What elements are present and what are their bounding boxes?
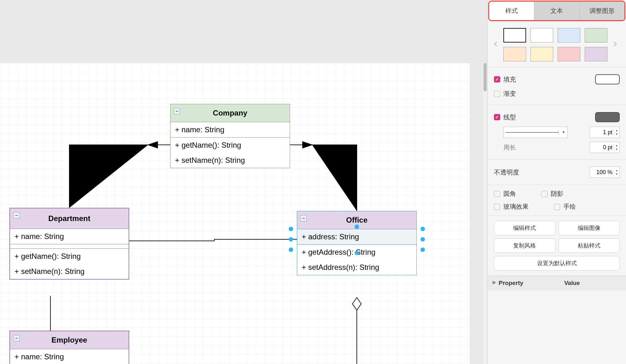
- edit-image-button[interactable]: 编辑图像: [559, 221, 620, 235]
- edit-style-button[interactable]: 编辑样式: [494, 221, 555, 235]
- copy-style-button[interactable]: 复制风格: [494, 238, 555, 253]
- palette-swatch-7[interactable]: [585, 47, 607, 61]
- selection-handle[interactable]: [289, 227, 293, 231]
- value-column-header: Value: [564, 280, 580, 287]
- uml-class-title: Department: [48, 214, 90, 223]
- line-color-well[interactable]: [595, 112, 620, 122]
- stepper[interactable]: ▲▼: [614, 128, 618, 136]
- uml-operation-row[interactable]: + getName(): String: [10, 249, 129, 264]
- set-default-style-button[interactable]: 设置为默认样式: [494, 256, 620, 270]
- perimeter-value: 0 pt: [603, 144, 612, 151]
- selection-handle[interactable]: [289, 247, 293, 252]
- palette-swatch-2[interactable]: [558, 28, 580, 43]
- uml-attribute-row[interactable]: + name: String: [10, 229, 129, 244]
- uml-operation-row[interactable]: + setName(n): String: [10, 264, 129, 279]
- uml-class-employee[interactable]: − Employee + name: String: [9, 331, 129, 364]
- palette-swatch-1[interactable]: [530, 28, 553, 43]
- uml-attribute-row[interactable]: + name: String: [10, 349, 129, 364]
- line-section: 线型 ▼ 1 pt ▲▼ 周长 0 pt ▲▼: [488, 105, 626, 159]
- uml-class-header[interactable]: − Employee: [10, 331, 129, 349]
- vertical-scrollbar[interactable]: [483, 63, 487, 364]
- tab-style[interactable]: 样式: [489, 2, 534, 20]
- property-table-header[interactable]: ▶ Property Value: [488, 276, 626, 290]
- fill-label: 填充: [503, 75, 516, 84]
- uml-class-department[interactable]: − Department + name: String + getName():…: [9, 208, 129, 280]
- uml-attribute-row[interactable]: + name: String: [171, 122, 290, 137]
- palette-next-icon[interactable]: [611, 40, 619, 50]
- tab-arrange[interactable]: 调整图形: [580, 2, 624, 20]
- collapse-icon[interactable]: −: [174, 108, 180, 114]
- opacity-label: 不透明度: [494, 168, 519, 177]
- selection-handle[interactable]: [420, 247, 425, 252]
- palette-swatch-4[interactable]: [503, 47, 526, 61]
- gradient-checkbox[interactable]: [494, 91, 500, 97]
- palette-swatch-0[interactable]: [503, 28, 526, 43]
- rounded-label: 圆角: [503, 190, 516, 198]
- stepper[interactable]: ▲▼: [614, 144, 618, 151]
- uml-divider: [10, 244, 129, 248]
- uml-class-title: Office: [346, 216, 368, 224]
- property-column-header: Property: [499, 280, 562, 287]
- collapse-icon[interactable]: −: [13, 335, 20, 341]
- color-palette: [488, 22, 626, 67]
- style-buttons: 编辑样式 编辑图像 复制风格 粘贴样式 设置为默认样式: [488, 215, 626, 276]
- sketch-checkbox[interactable]: [554, 204, 560, 210]
- fill-checkbox[interactable]: [494, 76, 500, 82]
- collapse-icon[interactable]: −: [300, 215, 307, 221]
- opacity-section: 不透明度 100 % ▲▼: [488, 159, 626, 185]
- uml-class-office[interactable]: − Office + address: String + getAddress(…: [297, 211, 417, 275]
- effects-section: 圆角 阴影 玻璃效果 手绘: [488, 185, 626, 215]
- line-preview: [506, 132, 558, 133]
- line-width-input[interactable]: 1 pt ▲▼: [590, 127, 620, 138]
- glass-checkbox[interactable]: [494, 204, 500, 210]
- sketch-label: 手绘: [563, 202, 576, 211]
- line-width-value: 1 pt: [603, 129, 612, 136]
- chevron-down-icon: ▼: [558, 130, 565, 134]
- collapse-icon[interactable]: −: [13, 212, 20, 219]
- sidebar-tabs-highlighted: 样式 文本 调整图形: [488, 1, 625, 21]
- disclosure-icon[interactable]: ▶: [493, 280, 496, 287]
- uml-operation-row[interactable]: + getName(): String: [171, 138, 290, 153]
- fill-section: 填充 渐变: [488, 67, 626, 105]
- uml-class-header[interactable]: − Company: [171, 104, 290, 122]
- line-style-select[interactable]: ▼: [503, 127, 568, 138]
- perimeter-input[interactable]: 0 pt ▲▼: [590, 142, 620, 153]
- gradient-label: 渐变: [503, 89, 516, 98]
- selection-handle[interactable]: [355, 225, 359, 229]
- palette-prev-icon[interactable]: [492, 40, 500, 50]
- selection-handle[interactable]: [420, 227, 425, 231]
- uml-operation-row[interactable]: + setAddress(n): String: [297, 260, 416, 275]
- scrollbar-thumb[interactable]: [484, 63, 487, 91]
- selection-handle[interactable]: [355, 251, 359, 255]
- shadow-label: 阴影: [551, 190, 563, 198]
- selection-handle[interactable]: [289, 237, 293, 242]
- palette-swatch-6[interactable]: [558, 47, 580, 61]
- stepper[interactable]: ▲▼: [614, 168, 618, 176]
- selection-handle[interactable]: [420, 237, 425, 242]
- rounded-checkbox[interactable]: [494, 191, 500, 197]
- palette-swatch-5[interactable]: [530, 47, 553, 61]
- tab-text[interactable]: 文本: [534, 2, 579, 20]
- perimeter-label: 周长: [503, 143, 516, 152]
- paste-style-button[interactable]: 粘贴样式: [559, 238, 620, 253]
- uml-class-company[interactable]: − Company + name: String + getName(): St…: [170, 104, 290, 168]
- opacity-value: 100 %: [596, 169, 612, 176]
- fill-color-well[interactable]: [595, 74, 620, 84]
- shadow-checkbox[interactable]: [541, 191, 548, 197]
- uml-attribute-row-selected[interactable]: + address: String: [297, 229, 416, 244]
- glass-label: 玻璃效果: [503, 202, 529, 211]
- uml-class-header[interactable]: − Department: [10, 208, 129, 229]
- uml-class-title: Company: [213, 109, 247, 117]
- diagram-canvas[interactable]: − Company + name: String + getName(): St…: [0, 63, 470, 364]
- uml-class-title: Employee: [51, 336, 87, 344]
- uml-operation-row[interactable]: + setName(n): String: [171, 153, 290, 168]
- format-sidebar: 样式 文本 调整图形 填充 渐变: [487, 0, 626, 364]
- line-label: 线型: [503, 113, 516, 122]
- palette-swatch-3[interactable]: [585, 28, 607, 43]
- line-checkbox[interactable]: [494, 114, 500, 120]
- opacity-input[interactable]: 100 % ▲▼: [590, 167, 620, 178]
